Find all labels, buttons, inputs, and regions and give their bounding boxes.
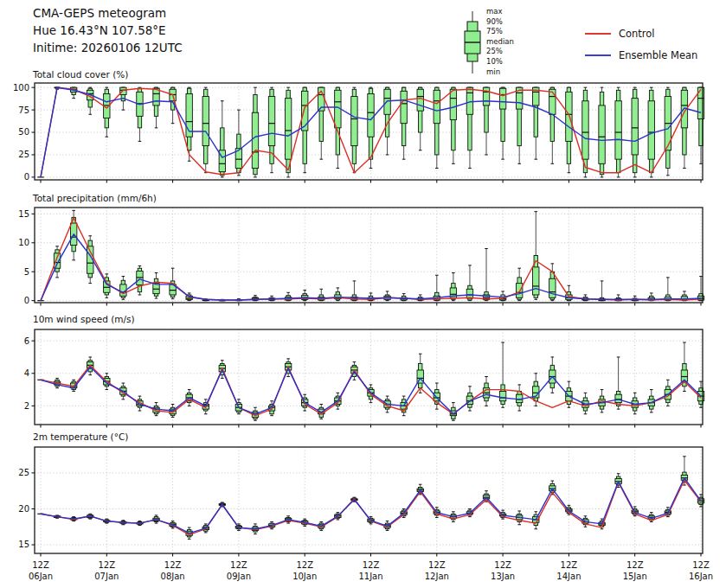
- x-tick-label-time: 12Z: [296, 560, 313, 570]
- panel-background: [35, 447, 703, 553]
- box-25-75: [632, 99, 638, 155]
- box-25-75: [450, 89, 456, 119]
- x-tick-label-date: 12Jan: [425, 572, 449, 581]
- box-25-75: [582, 101, 588, 159]
- x-tick-label-date: 08Jan: [161, 572, 185, 581]
- box-25-75: [466, 289, 472, 298]
- box-25-75: [615, 101, 621, 159]
- x-tick-label-time: 12Z: [626, 560, 644, 570]
- box-25-75: [483, 87, 489, 105]
- y-tick-label: 15: [18, 540, 29, 549]
- x-tick-label-date: 09Jan: [227, 572, 251, 581]
- box-25-75: [268, 97, 274, 146]
- x-tick-label-date: 07Jan: [94, 572, 119, 581]
- y-tick-label: 15: [18, 209, 29, 219]
- x-tick-label-date: 06Jan: [29, 572, 53, 581]
- panel-background: [35, 329, 703, 425]
- x-tick-label-time: 12Z: [363, 560, 380, 570]
- box-25-75: [252, 112, 258, 168]
- x-tick-label-time: 12Z: [230, 560, 247, 570]
- x-tick-label-time: 12Z: [32, 560, 49, 570]
- y-tick-label: 0: [24, 172, 29, 182]
- box-25-75: [533, 267, 539, 295]
- box-25-75: [648, 101, 654, 159]
- x-tick-label-date: 15Jan: [623, 572, 647, 581]
- x-tick-label-time: 12Z: [164, 560, 182, 570]
- x-tick-label-date: 14Jan: [556, 572, 581, 581]
- x-tick-label-date: 11Jan: [358, 572, 382, 581]
- box-25-75: [499, 391, 505, 400]
- meteogram-chart: 025507510005101524615202512Z06Jan12Z07Ja…: [0, 0, 726, 588]
- box-25-75: [351, 97, 357, 146]
- y-tick-label: 2: [24, 401, 29, 411]
- box-25-75: [549, 278, 556, 297]
- box-25-75: [153, 88, 159, 105]
- y-tick-label: 25: [18, 468, 29, 477]
- box-25-75: [499, 88, 505, 109]
- x-tick-label-time: 12Z: [428, 560, 446, 570]
- x-tick-label-date: 16Jan: [689, 572, 713, 581]
- box-25-75: [202, 97, 209, 146]
- y-tick-label: 5: [24, 267, 29, 277]
- y-tick-label: 0: [24, 296, 29, 305]
- box-25-75: [549, 89, 556, 114]
- y-tick-label: 25: [18, 150, 29, 159]
- box-25-75: [401, 91, 407, 123]
- box-25-75: [368, 93, 374, 137]
- box-25-75: [302, 91, 308, 131]
- box-25-75: [434, 90, 440, 123]
- meteogram-page: CMA-GEPS meteogram Hue 16.43°N 107.58°E …: [0, 0, 726, 588]
- box-25-75: [615, 394, 621, 402]
- box-25-75: [417, 89, 423, 111]
- y-tick-label: 10: [18, 238, 29, 247]
- y-tick-label: 6: [24, 336, 29, 346]
- x-tick-label-date: 13Jan: [491, 572, 515, 581]
- x-tick-label-date: 10Jan: [292, 572, 317, 581]
- y-tick-label: 20: [18, 504, 29, 514]
- box-25-75: [599, 105, 605, 163]
- x-tick-label-time: 12Z: [494, 560, 511, 570]
- box-25-75: [285, 99, 291, 160]
- box-25-75: [137, 272, 143, 285]
- y-tick-label: 100: [13, 83, 29, 93]
- x-tick-label-time: 12Z: [561, 560, 578, 570]
- y-tick-label: 50: [18, 127, 29, 137]
- box-25-75: [516, 284, 522, 298]
- x-tick-label-time: 12Z: [99, 560, 116, 570]
- box-25-75: [566, 92, 572, 141]
- y-tick-label: 75: [18, 105, 29, 115]
- x-tick-label-time: 12Z: [692, 560, 710, 570]
- box-25-75: [466, 87, 472, 114]
- y-tick-label: 4: [24, 368, 29, 378]
